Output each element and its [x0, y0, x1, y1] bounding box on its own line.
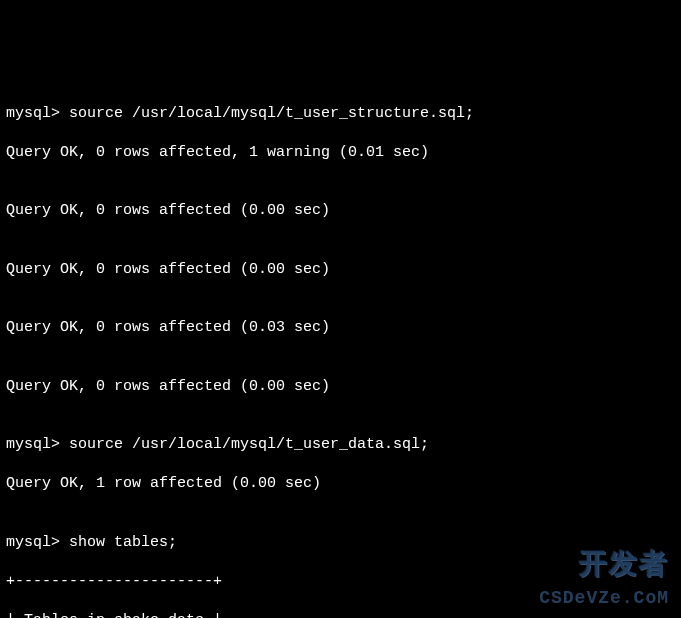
output-line: Query OK, 1 row affected (0.00 sec)	[6, 474, 675, 494]
watermark-brand-cn: 开发者	[579, 546, 669, 582]
output-line: Query OK, 0 rows affected (0.03 sec)	[6, 318, 675, 338]
output-line: mysql> source /usr/local/mysql/t_user_da…	[6, 435, 675, 455]
output-line: Query OK, 0 rows affected (0.00 sec)	[6, 377, 675, 397]
output-line: Query OK, 0 rows affected, 1 warning (0.…	[6, 143, 675, 163]
terminal-output: mysql> source /usr/local/mysql/t_user_st…	[6, 84, 675, 618]
output-line: Query OK, 0 rows affected (0.00 sec)	[6, 201, 675, 221]
output-line: mysql> source /usr/local/mysql/t_user_st…	[6, 104, 675, 124]
output-line: Query OK, 0 rows affected (0.00 sec)	[6, 260, 675, 280]
output-line: mysql> show tables;	[6, 533, 675, 553]
watermark-brand-en: CSDeVZe.CoM	[539, 587, 669, 610]
table-header: | Tables_in_shake_date |	[6, 611, 675, 619]
